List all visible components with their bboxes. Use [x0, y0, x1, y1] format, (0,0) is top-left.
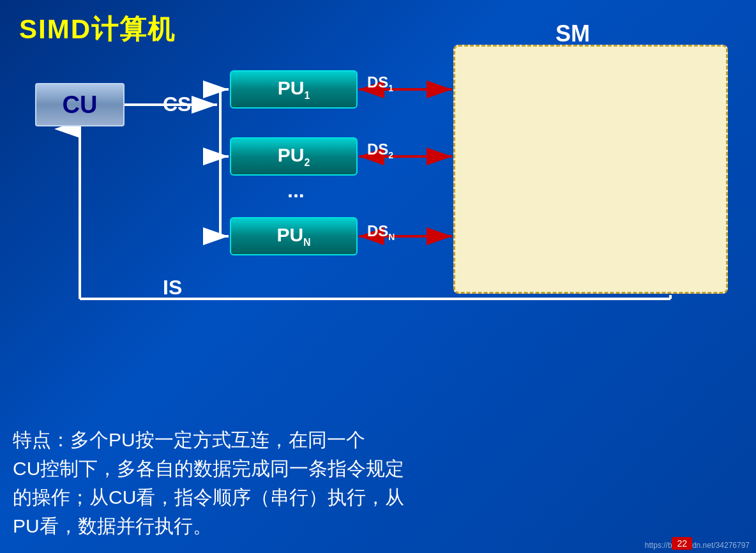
cu-box: CU [35, 83, 125, 126]
cu-label: CU [63, 91, 98, 119]
pu-box-1: PU1 [230, 70, 358, 109]
pu-box-n: PUN [230, 217, 358, 255]
pu-dots: ··· [287, 184, 305, 208]
desc-line-4: PU看，数据并行执行。 [13, 511, 743, 540]
desc-line-1: 特点：多个PU按一定方式互连，在同一个 [13, 425, 743, 454]
desc-line-3: 的操作；从CU看，指令顺序（串行）执行，从 [13, 483, 743, 511]
ds-label-2: DS2 [367, 140, 393, 160]
pu-label-1: PU1 [278, 77, 310, 102]
ds-label-1: DS1 [367, 73, 393, 93]
page-title: SIMD计算机 [19, 11, 176, 47]
sm-container: MM1 MM2 : MMN [453, 45, 728, 294]
ds-label-n: DSN [367, 222, 395, 242]
desc-line-2: CU控制下，多各自的数据完成同一条指令规定 [13, 454, 743, 483]
sm-label: SM [556, 20, 590, 47]
description-text: 特点：多个PU按一定方式互连，在同一个 CU控制下，多各自的数据完成同一条指令规… [13, 425, 743, 540]
cs-arrow-label: CS [163, 93, 191, 116]
pu-box-2: PU2 [230, 137, 358, 176]
pu-label-n: PUN [276, 224, 310, 248]
is-arrow-label: IS [163, 276, 182, 299]
watermark: https://blog.csdn.net/34276797 [645, 541, 750, 550]
pu-label-2: PU2 [278, 144, 310, 169]
page-number: 22 [672, 537, 692, 550]
